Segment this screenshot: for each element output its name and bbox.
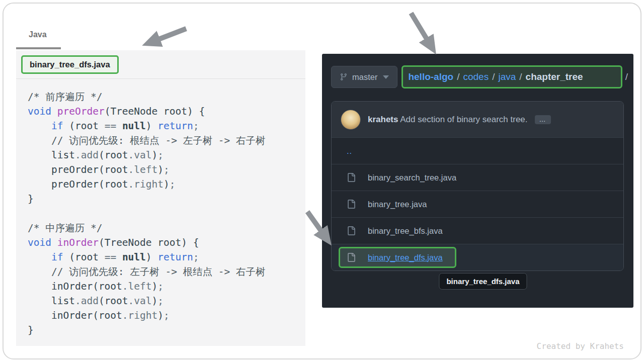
code-line: inOrder(root.left); bbox=[28, 279, 305, 294]
credit-text: Created by Krahets bbox=[537, 341, 624, 351]
table-row: binary_tree.java bbox=[332, 191, 623, 217]
file-link-binary_tree.java[interactable]: binary_tree.java bbox=[368, 200, 427, 209]
breadcrumb-segment-chapter_tree: chapter_tree bbox=[526, 71, 583, 82]
table-row: binary_tree_bfs.java bbox=[332, 217, 623, 244]
breadcrumb-segment-codes[interactable]: codes bbox=[463, 71, 489, 82]
code-line: void inOrder(TreeNode root) { bbox=[28, 235, 305, 250]
arrow-icon-filename bbox=[151, 29, 186, 42]
file-link-binary_search_tree.java[interactable]: binary_search_tree.java bbox=[368, 173, 456, 183]
breadcrumb-separator: / bbox=[453, 71, 463, 82]
code-block: /* 前序遍历 */void preOrder(TreeNode root) {… bbox=[16, 79, 305, 337]
code-line: if (root == null) return; bbox=[28, 250, 305, 264]
commit-author-link[interactable]: krahets bbox=[368, 115, 398, 124]
code-line: list.add(root.val); bbox=[28, 148, 305, 162]
code-line: preOrder(root.right); bbox=[28, 177, 305, 192]
file-icon bbox=[347, 253, 356, 262]
tab-java[interactable]: Java bbox=[29, 30, 47, 39]
code-line: preOrder(root.left); bbox=[28, 162, 305, 177]
branch-selector-button[interactable]: master bbox=[331, 66, 397, 88]
code-line: } bbox=[28, 192, 305, 206]
code-file-header: binary_tree_dfs.java bbox=[16, 50, 305, 79]
breadcrumb-separator: / bbox=[516, 71, 525, 82]
tab-active-indicator bbox=[16, 47, 61, 49]
code-line: /* 中序遍历 */ bbox=[28, 221, 305, 235]
commit-summary: krahets Add section of binary search tre… bbox=[368, 115, 528, 125]
code-line: inOrder(root.right); bbox=[28, 308, 305, 323]
table-row: .. bbox=[332, 137, 623, 164]
code-line: // 访问优先级: 根结点 -> 左子树 -> 右子树 bbox=[28, 133, 305, 148]
file-row-highlight-box: binary_tree_dfs.java bbox=[339, 247, 456, 268]
breadcrumb-trailing-separator: / bbox=[625, 71, 628, 82]
breadcrumb-segment-hello-algo[interactable]: hello-algo bbox=[408, 71, 453, 82]
arrow-icon-breadcrumb bbox=[411, 13, 431, 46]
code-line: void preOrder(TreeNode root) { bbox=[28, 104, 305, 119]
commit-more-button[interactable]: … bbox=[535, 115, 551, 124]
file-icon bbox=[347, 226, 356, 235]
commit-message[interactable]: Add section of binary search tree. bbox=[400, 115, 527, 124]
table-row: binary_tree_dfs.java bbox=[332, 244, 623, 270]
code-line: // 访问优先级: 左子树 -> 根结点 -> 右子树 bbox=[28, 264, 305, 279]
code-line: } bbox=[28, 323, 305, 337]
file-table: krahets Add section of binary search tre… bbox=[331, 101, 624, 271]
code-panel: binary_tree_dfs.java /* 前序遍历 */void preO… bbox=[16, 50, 305, 346]
filename-highlight-box: binary_tree_dfs.java bbox=[21, 55, 119, 74]
parent-directory-link[interactable]: .. bbox=[347, 146, 352, 156]
chevron-down-icon bbox=[383, 75, 389, 79]
file-link-binary_tree_dfs.java[interactable]: binary_tree_dfs.java bbox=[368, 253, 443, 262]
table-row: binary_search_tree.java bbox=[332, 164, 623, 191]
file-icon bbox=[347, 200, 356, 209]
branch-name-label: master bbox=[352, 72, 377, 82]
github-file-browser: master hello-algo/codes/java/chapter_tre… bbox=[322, 54, 633, 308]
file-icon bbox=[347, 173, 356, 182]
latest-commit-row: krahets Add section of binary search tre… bbox=[332, 102, 623, 137]
filename-tooltip: binary_tree_dfs.java bbox=[439, 273, 527, 290]
avatar[interactable] bbox=[341, 110, 361, 130]
code-line bbox=[28, 206, 305, 221]
code-line: if (root == null) return; bbox=[28, 119, 305, 133]
breadcrumb-highlight-box: hello-algo/codes/java/chapter_tree bbox=[401, 65, 622, 88]
code-line: /* 前序遍历 */ bbox=[28, 89, 305, 104]
breadcrumb-separator: / bbox=[489, 71, 498, 82]
file-link-binary_tree_bfs.java[interactable]: binary_tree_bfs.java bbox=[368, 226, 443, 236]
code-line: list.add(root.val); bbox=[28, 294, 305, 308]
git-branch-icon bbox=[340, 73, 348, 81]
breadcrumb-segment-java[interactable]: java bbox=[498, 71, 516, 82]
